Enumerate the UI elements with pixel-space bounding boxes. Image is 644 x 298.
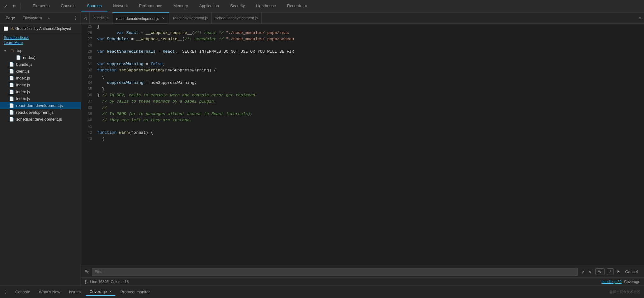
find-options: Aa .* bbox=[595, 268, 614, 275]
sidebar: Page Filesystem » ⋮ ⚠Group files by Auth… bbox=[0, 12, 81, 286]
tab-lighthouse[interactable]: Lighthouse bbox=[250, 0, 282, 12]
status-bar: {} Line 16305, Column 18 bundle.js:29 Co… bbox=[81, 277, 644, 286]
tree-item-label: react.development.js bbox=[16, 110, 54, 115]
editor-tabs-more[interactable]: » bbox=[637, 16, 644, 20]
tab-recorder[interactable]: Recorder » bbox=[282, 0, 313, 12]
tab-elements[interactable]: Elements bbox=[27, 0, 55, 12]
file-tree: ▾ □ top 📄 (index) 📄 bundle.js 📄 client.j… bbox=[0, 46, 81, 286]
tree-index5[interactable]: 📄 index.js bbox=[0, 95, 81, 102]
bottom-right: @稀土掘金技术社区 bbox=[609, 290, 640, 294]
bottom-tab-issues[interactable]: Issues bbox=[65, 288, 85, 296]
code-line: 26 var React = __webpack_require__(/*! r… bbox=[81, 30, 644, 36]
tab-scheduler[interactable]: scheduler.development.js bbox=[212, 12, 262, 24]
file-icon: 📄 bbox=[16, 55, 21, 60]
code-line: 38 // bbox=[81, 105, 644, 111]
tree-item-label: react-dom.development.js bbox=[16, 103, 63, 108]
tree-item-label: top bbox=[17, 48, 22, 53]
tab-memory[interactable]: Memory bbox=[168, 0, 194, 12]
font-size-icon: AB bbox=[85, 269, 89, 274]
bottom-bar: ⋮ Console What's New Issues Coverage ✕ P… bbox=[0, 286, 644, 298]
js-file-icon: 📄 bbox=[9, 96, 14, 102]
code-editor[interactable]: 25 } 26 var React = __webpack_require__(… bbox=[81, 24, 644, 266]
tree-item-label: index.js bbox=[16, 96, 30, 101]
cursor-icon[interactable]: ↗ bbox=[2, 2, 9, 10]
bottom-tab-console[interactable]: Console bbox=[12, 288, 34, 296]
code-line: 25 } bbox=[81, 24, 644, 30]
sidebar-tabs-more[interactable]: » bbox=[48, 16, 50, 20]
close-icon[interactable]: ✕ bbox=[109, 290, 112, 294]
watermark: @稀土掘金技术社区 bbox=[609, 290, 640, 294]
bundle-link[interactable]: bundle.js:29 bbox=[601, 280, 622, 284]
nav-tabs: Elements Console Sources Network Perform… bbox=[27, 0, 313, 12]
tree-index4[interactable]: 📄 index.js bbox=[0, 89, 81, 95]
tab-react-dom[interactable]: react-dom.development.js ✕ bbox=[112, 12, 169, 24]
find-input[interactable] bbox=[92, 268, 578, 276]
tab-console[interactable]: Console bbox=[55, 0, 81, 12]
nav-icons: ↗ ⌗ bbox=[2, 2, 22, 10]
bottom-tab-coverage[interactable]: Coverage ✕ bbox=[86, 288, 115, 296]
code-line: 36 } // In DEV, calls to console.warn an… bbox=[81, 92, 644, 99]
tree-index[interactable]: 📄 (index) bbox=[0, 54, 81, 61]
tree-item-label: index.js bbox=[16, 83, 30, 87]
editor-tabs: ◁ bundle.js react-dom.development.js ✕ r… bbox=[81, 12, 644, 24]
code-line: 28 bbox=[81, 42, 644, 49]
tree-item-label: (index) bbox=[23, 55, 36, 60]
tab-label: Issues bbox=[69, 290, 81, 294]
tab-label: Protocol monitor bbox=[121, 290, 150, 294]
tab-performance[interactable]: Performance bbox=[133, 0, 168, 12]
js-file-icon: 📄 bbox=[9, 103, 14, 108]
tree-scheduler[interactable]: 📄 scheduler.development.js bbox=[0, 116, 81, 123]
tree-react-dev[interactable]: 📄 react.development.js bbox=[0, 109, 81, 116]
code-line: 39 // In PROD (or in packages without ac… bbox=[81, 111, 644, 117]
code-line: 33 { bbox=[81, 74, 644, 80]
tree-index2[interactable]: 📄 index.js bbox=[0, 75, 81, 82]
folder-icon: □ bbox=[9, 48, 15, 54]
layout-icon[interactable]: ⌗ bbox=[12, 2, 17, 10]
tab-label: scheduler.development.js bbox=[215, 16, 258, 20]
tree-item-label: bundle.js bbox=[16, 62, 32, 67]
cancel-button[interactable]: Cancel bbox=[623, 269, 640, 275]
code-line: 43 { bbox=[81, 136, 644, 142]
tab-sources[interactable]: Sources bbox=[81, 0, 107, 12]
main-area: Page Filesystem » ⋮ ⚠Group files by Auth… bbox=[0, 12, 644, 286]
tree-item-label: index.js bbox=[16, 76, 30, 80]
group-checkbox[interactable] bbox=[4, 26, 8, 31]
collapse-icon[interactable]: ◁ bbox=[81, 12, 90, 24]
tree-top-folder[interactable]: ▾ □ top bbox=[0, 47, 81, 54]
code-line: 27 var Scheduler = __webpack_require__(/… bbox=[81, 36, 644, 42]
close-icon[interactable]: ✕ bbox=[161, 17, 165, 21]
code-line: 32 function setSuppressWarning(newSuppre… bbox=[81, 67, 644, 74]
tree-bundle[interactable]: 📄 bundle.js bbox=[0, 61, 81, 68]
tab-application[interactable]: Application bbox=[194, 0, 225, 12]
send-feedback-link[interactable]: Send feedback bbox=[4, 36, 77, 40]
tab-bundle[interactable]: bundle.js bbox=[90, 12, 112, 24]
learn-more-link[interactable]: Learn More bbox=[4, 41, 77, 45]
sidebar-tab-page[interactable]: Page bbox=[2, 14, 18, 22]
tree-react-dom[interactable]: 📄 react-dom.development.js bbox=[0, 102, 81, 109]
tab-network[interactable]: Network bbox=[107, 0, 134, 12]
code-line: 30 bbox=[81, 55, 644, 61]
tab-security[interactable]: Security bbox=[225, 0, 250, 12]
js-file-icon: 📄 bbox=[9, 110, 14, 115]
top-nav: ↗ ⌗ Elements Console Sources Network Per… bbox=[0, 0, 644, 12]
tree-item-label: scheduler.development.js bbox=[16, 117, 62, 122]
find-prev-icon[interactable]: ∧ bbox=[580, 269, 586, 275]
sidebar-options-icon[interactable]: ⋮ bbox=[73, 15, 78, 21]
js-file-icon: 📄 bbox=[9, 62, 14, 67]
bottom-options-icon[interactable]: ⋮ bbox=[4, 290, 8, 294]
cursor-position: Line 16305, Column 18 bbox=[90, 280, 129, 284]
tab-react-dev[interactable]: react.development.js bbox=[169, 12, 212, 24]
find-next-icon[interactable]: ∨ bbox=[587, 269, 593, 275]
sidebar-links: Send feedback Learn More bbox=[0, 34, 81, 46]
tree-item-label: index.js bbox=[16, 89, 30, 94]
regex-button[interactable]: .* bbox=[607, 268, 614, 275]
expand-icon: ▾ bbox=[2, 48, 7, 53]
tree-index3[interactable]: 📄 index.js bbox=[0, 82, 81, 89]
tree-client[interactable]: 📄 client.js bbox=[0, 68, 81, 75]
sidebar-tab-filesystem[interactable]: Filesystem bbox=[19, 14, 45, 22]
match-case-button[interactable]: Aa bbox=[595, 268, 605, 275]
bottom-tab-protocol-monitor[interactable]: Protocol monitor bbox=[117, 288, 154, 296]
find-nav: ∧ ∨ bbox=[580, 269, 593, 275]
bottom-tab-whats-new[interactable]: What's New bbox=[35, 288, 64, 296]
braces-icon: {} bbox=[85, 279, 88, 284]
